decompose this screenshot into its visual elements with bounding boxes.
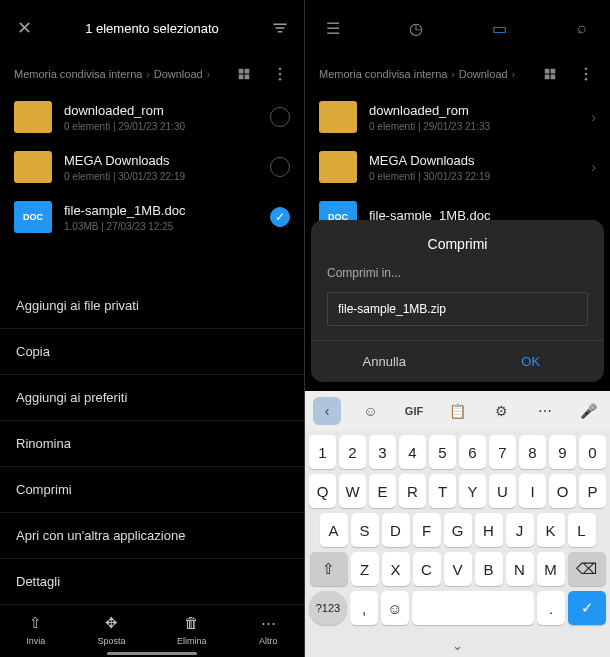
folder-icon	[319, 151, 357, 183]
kb-row-1: 1 2 3 4 5 6 7 8 9 0	[309, 435, 606, 469]
key[interactable]: M	[537, 552, 565, 586]
more-icon[interactable]: ⋯	[531, 397, 559, 425]
key[interactable]: Z	[351, 552, 379, 586]
menu-open-with[interactable]: Apri con un'altra applicazione	[0, 513, 304, 559]
filter-icon[interactable]	[270, 18, 290, 38]
delete-button[interactable]: 🗑Elimina	[177, 613, 207, 646]
ok-button[interactable]: OK	[458, 341, 605, 382]
symbols-key[interactable]: ?123	[309, 591, 347, 625]
key[interactable]: O	[549, 474, 576, 508]
key[interactable]: L	[568, 513, 596, 547]
shift-key[interactable]: ⇧	[310, 552, 348, 586]
dialog-title: Comprimi	[311, 236, 604, 252]
key[interactable]: E	[369, 474, 396, 508]
clipboard-icon[interactable]: 📋	[444, 397, 472, 425]
kb-row-5: ?123 , ☺ . ✓	[309, 591, 606, 625]
menu-rename[interactable]: Rinomina	[0, 421, 304, 467]
checkbox-checked[interactable]: ✓	[270, 207, 290, 227]
key[interactable]: 3	[369, 435, 396, 469]
key[interactable]: I	[519, 474, 546, 508]
move-icon: ✥	[101, 613, 121, 633]
key[interactable]: C	[413, 552, 441, 586]
key[interactable]: P	[579, 474, 606, 508]
folder-tab-icon[interactable]: ▭	[489, 18, 509, 38]
dots-icon[interactable]	[270, 64, 290, 84]
kb-row-3: A S D F G H J K L	[309, 513, 606, 547]
menu-compress[interactable]: Comprimi	[0, 467, 304, 513]
cancel-button[interactable]: Annulla	[311, 341, 458, 382]
svg-point-1	[279, 73, 282, 76]
key[interactable]: G	[444, 513, 472, 547]
key[interactable]: Y	[459, 474, 486, 508]
menu-copy[interactable]: Copia	[0, 329, 304, 375]
list-item[interactable]: downloaded_rom 0 elementi | 29/01/23 21:…	[305, 92, 610, 142]
list-item[interactable]: downloaded_rom 0 elementi | 29/01/23 21:…	[0, 92, 304, 142]
key[interactable]: F	[413, 513, 441, 547]
key[interactable]: W	[339, 474, 366, 508]
menu-icon[interactable]: ☰	[323, 18, 343, 38]
key[interactable]: S	[351, 513, 379, 547]
gear-icon[interactable]: ⚙	[487, 397, 515, 425]
key[interactable]: 6	[459, 435, 486, 469]
menu-add-private[interactable]: Aggiungi ai file privati	[0, 283, 304, 329]
key[interactable]: 8	[519, 435, 546, 469]
space-key[interactable]	[412, 591, 534, 625]
key[interactable]: B	[475, 552, 503, 586]
compress-dialog: Comprimi Comprimi in... Annulla OK	[311, 220, 604, 382]
svg-point-4	[585, 73, 588, 76]
clock-icon[interactable]: ◷	[406, 18, 426, 38]
kb-back-icon[interactable]: ‹	[313, 397, 341, 425]
collapse-keyboard-icon[interactable]: ⌄	[305, 634, 610, 657]
key[interactable]: T	[429, 474, 456, 508]
emoji-key[interactable]: ☺	[381, 591, 409, 625]
kb-row-4: ⇧ Z X C V B N M ⌫	[309, 552, 606, 586]
move-button[interactable]: ✥Sposta	[97, 613, 125, 646]
key[interactable]: 5	[429, 435, 456, 469]
key[interactable]: Q	[309, 474, 336, 508]
checkbox[interactable]	[270, 157, 290, 177]
mic-icon[interactable]: 🎤	[574, 397, 602, 425]
list-item[interactable]: MEGA Downloads 0 elementi | 30/01/23 22:…	[305, 142, 610, 192]
send-button[interactable]: ⇧Invia	[26, 613, 46, 646]
sticker-icon[interactable]: ☺	[357, 397, 385, 425]
enter-key[interactable]: ✓	[568, 591, 606, 625]
gif-button[interactable]: GIF	[400, 397, 428, 425]
key[interactable]: 0	[579, 435, 606, 469]
filename-input[interactable]	[327, 292, 588, 326]
key[interactable]: J	[506, 513, 534, 547]
key[interactable]: 4	[399, 435, 426, 469]
key[interactable]: 9	[549, 435, 576, 469]
selection-title: 1 elemento selezionato	[34, 21, 270, 36]
key[interactable]: U	[489, 474, 516, 508]
list-item[interactable]: DOC file-sample_1MB.doc 1.03MB | 27/03/2…	[0, 192, 304, 242]
period-key[interactable]: .	[537, 591, 565, 625]
key[interactable]: D	[382, 513, 410, 547]
share-icon: ⇧	[26, 613, 46, 633]
more-button[interactable]: ⋯Altro	[258, 613, 278, 646]
key[interactable]: 2	[339, 435, 366, 469]
svg-point-3	[585, 67, 588, 70]
backspace-key[interactable]: ⌫	[568, 552, 606, 586]
menu-details[interactable]: Dettagli	[0, 559, 304, 605]
breadcrumb[interactable]: Memoria condivisa interna › Download ›	[319, 68, 515, 80]
key[interactable]: K	[537, 513, 565, 547]
list-item[interactable]: MEGA Downloads 0 elementi | 30/01/23 22:…	[0, 142, 304, 192]
key[interactable]: N	[506, 552, 534, 586]
key[interactable]: H	[475, 513, 503, 547]
key[interactable]: A	[320, 513, 348, 547]
comma-key[interactable]: ,	[350, 591, 378, 625]
key[interactable]: R	[399, 474, 426, 508]
grid-icon[interactable]	[234, 64, 254, 84]
checkbox[interactable]	[270, 107, 290, 127]
key[interactable]: 1	[309, 435, 336, 469]
dots-icon[interactable]	[576, 64, 596, 84]
menu-add-favorites[interactable]: Aggiungi ai preferiti	[0, 375, 304, 421]
key[interactable]: X	[382, 552, 410, 586]
key[interactable]: V	[444, 552, 472, 586]
breadcrumb[interactable]: Memoria condivisa interna › Download ›	[14, 68, 210, 80]
home-indicator[interactable]	[107, 652, 197, 655]
search-icon[interactable]: ⌕	[572, 18, 592, 38]
key[interactable]: 7	[489, 435, 516, 469]
grid-icon[interactable]	[540, 64, 560, 84]
close-icon[interactable]: ✕	[14, 18, 34, 38]
